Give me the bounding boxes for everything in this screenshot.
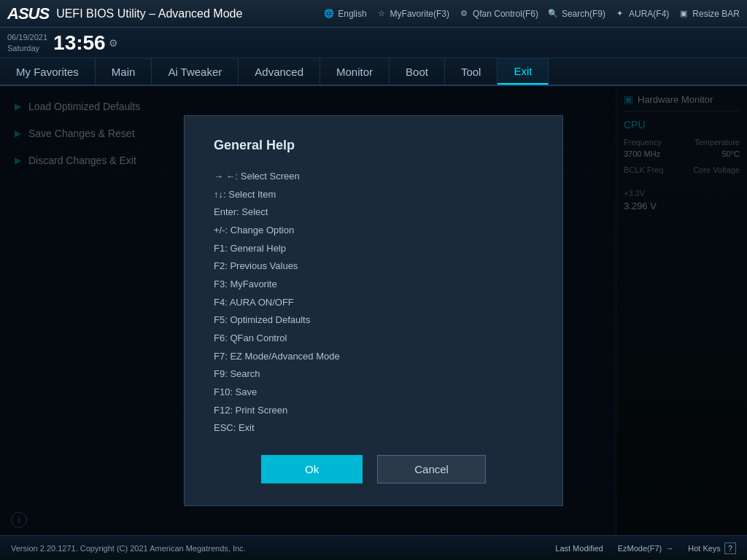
aura-icon: ✦ — [614, 8, 626, 20]
help-line-4: +/-: Change Option — [214, 222, 533, 240]
bottom-right-controls: Last Modified EzMode(F7) → Hot Keys ? — [555, 542, 736, 554]
help-line-6: F2: Previous Values — [214, 257, 533, 276]
nav-advanced[interactable]: Advanced — [239, 58, 320, 85]
version-text: Version 2.20.1271. Copyright (C) 2021 Am… — [11, 544, 246, 553]
ok-button[interactable]: Ok — [261, 455, 363, 483]
star-icon: ☆ — [376, 8, 387, 20]
clock-display: 13:56 — [53, 31, 106, 55]
help-line-11: F7: EZ Mode/Advanced Mode — [214, 348, 533, 366]
ezmode-label: EzMode(F7) — [618, 544, 662, 553]
nav-main[interactable]: Main — [96, 58, 152, 85]
nav-exit[interactable]: Exit — [498, 58, 549, 85]
last-modified-button[interactable]: Last Modified — [555, 544, 603, 553]
bios-title: UEFI BIOS Utility – Advanced Mode — [56, 7, 323, 20]
date-value: 06/19/2021 — [7, 32, 47, 42]
help-line-7: F3: MyFavorite — [214, 276, 533, 294]
fan-icon: ⚙ — [458, 8, 470, 20]
search-label: Search(F9) — [562, 9, 605, 19]
asus-logo: ASUS — [7, 4, 49, 23]
nav-boot[interactable]: Boot — [390, 58, 445, 85]
date-display: 06/19/2021 Saturday — [7, 32, 47, 53]
aura-control[interactable]: ✦ AURA(F4) — [614, 8, 669, 20]
general-help-modal: General Help → ←: Select Screen ↑↓: Sele… — [184, 115, 563, 506]
ezmode-icon: → — [665, 544, 673, 553]
nav-my-favorites[interactable]: My Favorites — [0, 58, 96, 85]
nav-monitor[interactable]: Monitor — [320, 58, 390, 85]
modal-content: → ←: Select Screen ↑↓: Select Item Enter… — [214, 168, 533, 438]
help-line-8: F4: AURA ON/OFF — [214, 294, 533, 312]
header-controls: 🌐 English ☆ MyFavorite(F3) ⚙ Qfan Contro… — [323, 8, 740, 20]
modal-overlay: General Help → ←: Select Screen ↑↓: Sele… — [0, 86, 747, 535]
cancel-button[interactable]: Cancel — [377, 455, 486, 483]
ezmode-button[interactable]: EzMode(F7) → — [618, 544, 674, 553]
main-layout: ▶ Load Optimized Defaults ▶ Save Changes… — [0, 86, 747, 535]
help-line-3: Enter: Select — [214, 203, 533, 222]
help-line-10: F6: QFan Control — [214, 330, 533, 348]
bottom-bar: Version 2.20.1271. Copyright (C) 2021 Am… — [0, 535, 747, 560]
language-label: English — [338, 9, 366, 19]
modal-buttons: Ok Cancel — [214, 455, 533, 483]
nav-tool[interactable]: Tool — [445, 58, 498, 85]
globe-icon: 🌐 — [323, 8, 335, 20]
help-line-13: F10: Save — [214, 384, 533, 402]
qfan-control[interactable]: ⚙ Qfan Control(F6) — [458, 8, 538, 20]
nav-ai-tweaker[interactable]: Ai Tweaker — [152, 58, 239, 85]
modal-title: General Help — [214, 138, 533, 153]
help-line-14: F12: Print Screen — [214, 402, 533, 420]
help-line-1: → ←: Select Screen — [214, 168, 533, 186]
myfavorite-label: MyFavorite(F3) — [390, 9, 449, 19]
help-line-9: F5: Optimized Defaults — [214, 311, 533, 330]
navbar: My Favorites Main Ai Tweaker Advanced Mo… — [0, 58, 747, 86]
help-line-2: ↑↓: Select Item — [214, 186, 533, 204]
hotkeys-label: Hot Keys — [688, 544, 721, 553]
resizebar-control[interactable]: ▣ Resize BAR — [678, 8, 740, 20]
help-line-15: ESC: Exit — [214, 419, 533, 438]
header-bar: ASUS UEFI BIOS Utility – Advanced Mode 🌐… — [0, 0, 747, 28]
hotkeys-key-icon: ? — [724, 542, 736, 554]
day-value: Saturday — [7, 43, 47, 53]
aura-label: AURA(F4) — [629, 9, 669, 19]
resizebar-label: Resize BAR — [692, 9, 740, 19]
myfavorite-control[interactable]: ☆ MyFavorite(F3) — [376, 8, 449, 20]
qfan-label: Qfan Control(F6) — [473, 9, 538, 19]
hotkeys-button[interactable]: Hot Keys ? — [688, 542, 736, 554]
settings-icon[interactable]: ⚙ — [109, 37, 118, 49]
search-control[interactable]: 🔍 Search(F9) — [547, 8, 605, 20]
search-icon: 🔍 — [547, 8, 559, 20]
language-control[interactable]: 🌐 English — [323, 8, 366, 20]
help-line-5: F1: General Help — [214, 240, 533, 258]
help-line-12: F9: Search — [214, 365, 533, 384]
resizebar-icon: ▣ — [678, 8, 689, 20]
datetime-bar: 06/19/2021 Saturday 13:56 ⚙ — [0, 28, 747, 58]
last-modified-label: Last Modified — [555, 544, 603, 553]
